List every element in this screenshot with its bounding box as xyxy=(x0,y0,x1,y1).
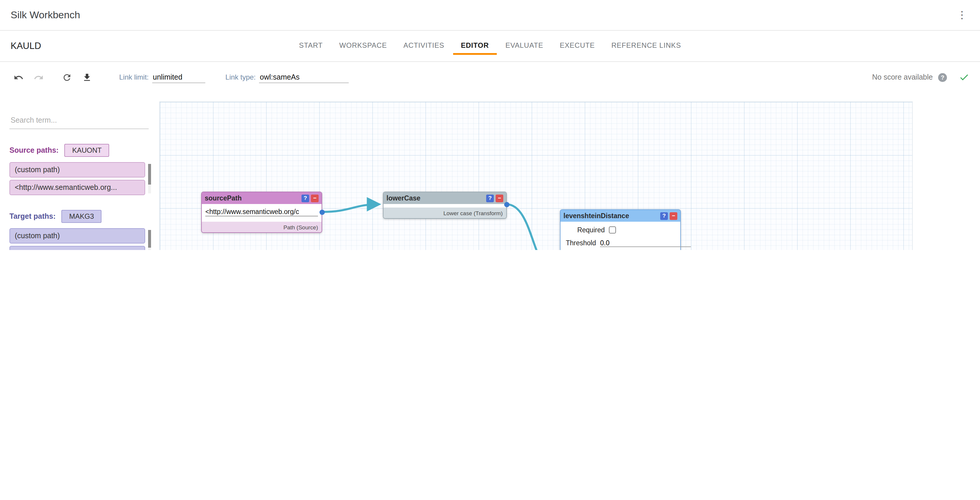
list-item[interactable]: org:memberOf xyxy=(10,246,145,250)
tab-start[interactable]: START xyxy=(291,37,330,55)
link-limit-field: Link limit: xyxy=(119,71,205,83)
reload-icon[interactable] xyxy=(59,70,74,85)
tab-editor[interactable]: EDITOR xyxy=(453,37,496,55)
tab-workspace[interactable]: WORKSPACE xyxy=(332,37,395,55)
link-type-label: Link type: xyxy=(225,73,256,81)
connection-lowerCase-levenshteinDistance[interactable] xyxy=(506,204,555,250)
operator-sidebar: Source paths: KAUONT (custom path) <http… xyxy=(10,102,152,250)
source-paths-list: (custom path) <http://www.semanticweb.or… xyxy=(10,162,151,195)
editor-toolbar: Link limit: Link type: No score availabl… xyxy=(0,61,980,93)
scrollbar[interactable] xyxy=(148,230,151,250)
node-header[interactable]: lowerCase ? − xyxy=(383,192,506,204)
required-label: Required xyxy=(566,226,605,233)
node-remove-icon[interactable]: − xyxy=(670,212,677,220)
toolbar-right: No score available ? xyxy=(872,72,969,83)
download-icon[interactable] xyxy=(79,70,94,85)
node-type-label: Path (Source) xyxy=(202,222,321,232)
nav-tabs: START WORKSPACE ACTIVITIES EDITOR EVALUA… xyxy=(0,31,980,61)
target-paths-list: (custom path) org:memberOf xyxy=(10,228,151,250)
search-input[interactable] xyxy=(10,112,149,129)
app-title: Silk Workbench xyxy=(11,9,80,21)
node-header[interactable]: levenshteinDistance ? − xyxy=(560,210,680,222)
nav-bar: KAULD START WORKSPACE ACTIVITIES EDITOR … xyxy=(0,31,980,62)
source-paths-label: Source paths: xyxy=(10,146,59,154)
score-help-icon[interactable]: ? xyxy=(938,73,947,82)
validate-check-icon[interactable] xyxy=(959,72,969,83)
node-help-icon[interactable]: ? xyxy=(486,194,494,202)
required-checkbox[interactable] xyxy=(609,226,616,233)
source-paths-header: Source paths: KAUONT xyxy=(10,144,152,157)
redo-icon[interactable] xyxy=(31,70,46,85)
node-sourcePath[interactable]: sourcePath ? − Path (Source) xyxy=(201,192,322,233)
list-item[interactable]: (custom path) xyxy=(10,162,145,178)
link-type-field: Link type: xyxy=(225,71,349,83)
node-remove-icon[interactable]: − xyxy=(311,194,318,202)
list-item[interactable]: (custom path) xyxy=(10,228,145,243)
silk-workbench-window: Silk Workbench ⋮ KAULD START WORKSPACE A… xyxy=(0,0,980,250)
tab-reference-links[interactable]: REFERENCE LINKS xyxy=(604,37,689,55)
tab-activities[interactable]: ACTIVITIES xyxy=(396,37,452,55)
target-paths-label: Target paths: xyxy=(10,212,56,221)
node-lowerCase[interactable]: lowerCase ? − Lower case (Transform) xyxy=(383,192,507,219)
node-levenshteinDistance[interactable]: levenshteinDistance ? − Required Thresho… xyxy=(560,210,681,250)
link-limit-label: Link limit: xyxy=(119,73,149,81)
node-type-label: Lower case (Transform) xyxy=(383,208,506,218)
weight-row: Weight xyxy=(560,249,680,250)
node-title: lowerCase xyxy=(387,195,484,202)
target-paths-header: Target paths: MAKG3 xyxy=(10,210,152,223)
node-title: sourcePath xyxy=(205,195,300,202)
source-dataset-badge: KAUONT xyxy=(65,144,110,157)
link-limit-input[interactable] xyxy=(152,71,205,83)
source-path-value-input[interactable] xyxy=(205,208,318,216)
port-sourcePath-output[interactable] xyxy=(320,210,325,215)
port-lowerCase-output[interactable] xyxy=(504,202,509,207)
tab-execute[interactable]: EXECUTE xyxy=(552,37,602,55)
tab-evaluate[interactable]: EVALUATE xyxy=(498,37,551,55)
editor-canvas[interactable]: sourcePath ? − Path (Source) targetPath … xyxy=(159,102,913,250)
score-status: No score available xyxy=(872,73,933,81)
list-item[interactable]: <http://www.semanticweb.org... xyxy=(10,180,145,195)
scrollbar[interactable] xyxy=(148,164,151,194)
node-help-icon[interactable]: ? xyxy=(301,194,309,202)
link-type-input[interactable] xyxy=(259,71,349,83)
required-row: Required xyxy=(560,224,680,237)
threshold-row: Threshold xyxy=(560,237,680,249)
undo-icon[interactable] xyxy=(11,70,26,85)
node-title: levenshteinDistance xyxy=(563,212,659,219)
kebab-menu-icon[interactable]: ⋮ xyxy=(955,9,969,21)
node-header[interactable]: sourcePath ? − xyxy=(202,192,321,204)
node-remove-icon[interactable]: − xyxy=(496,194,503,202)
threshold-label: Threshold xyxy=(566,240,596,246)
app-bar: Silk Workbench ⋮ xyxy=(0,0,980,31)
connection-sourcePath-lowerCase[interactable] xyxy=(322,204,378,212)
target-dataset-badge: MAKG3 xyxy=(62,210,102,223)
threshold-input[interactable] xyxy=(600,239,691,247)
node-help-icon[interactable]: ? xyxy=(660,212,668,220)
